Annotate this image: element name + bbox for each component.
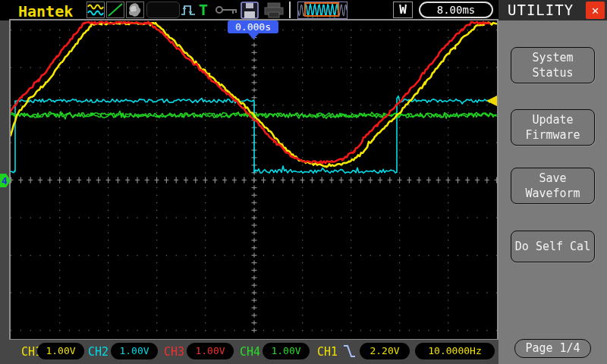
waveform-preview[interactable] (297, 2, 348, 19)
save-icon[interactable] (241, 2, 259, 19)
trigger-frequency-readout: 10.0000Hz (415, 343, 495, 359)
top-toolbar: Hantek T (0, 0, 498, 20)
update-firmware-button[interactable]: Update Firmware (511, 109, 595, 146)
trigger-t-icon[interactable]: T (199, 1, 208, 19)
utility-menu-title: UTILITY (508, 2, 574, 18)
channel4-ground-marker[interactable]: 4 (0, 174, 11, 187)
channels-button[interactable] (86, 2, 105, 18)
window-mode-indicator: W (393, 2, 413, 18)
ch4-label: CH4 (240, 345, 260, 359)
empty-slot (146, 2, 180, 18)
measure-line-icon (107, 2, 124, 17)
pulse-trigger-icon[interactable] (181, 2, 197, 17)
scope-canvas (11, 20, 497, 339)
do-self-cal-button[interactable]: Do Self Cal (511, 231, 595, 262)
timebase-readout: 8.00ms (419, 2, 493, 18)
print-icon[interactable] (264, 2, 284, 18)
trigger-position-tag[interactable]: 0.000s (228, 20, 278, 33)
trigger-position-pointer-icon (248, 33, 259, 39)
hantek-logo: Hantek (18, 2, 73, 20)
close-menu-button[interactable]: ✕ (586, 2, 605, 19)
measure-button[interactable] (106, 2, 124, 18)
preview-window-handle[interactable] (304, 2, 339, 17)
hand-button[interactable] (126, 2, 144, 18)
trigger-level-arrow-icon[interactable] (486, 96, 497, 106)
ch4-scale-readout: 1.00V (263, 343, 310, 359)
channel-status-bar: CH1 1.00V CH2 1.00V CH3 1.00V CH4 1.00V … (0, 340, 498, 364)
ch3-scale-readout: 1.00V (187, 343, 234, 359)
channel-waveforms-icon (87, 2, 104, 17)
utility-menu-header: UTILITY ✕ (498, 0, 607, 20)
save-waveform-button[interactable]: Save Waveform (511, 168, 595, 204)
page-indicator-button[interactable]: Page 1/4 (514, 339, 591, 358)
trigger-source-label: CH1 (317, 345, 338, 359)
ch2-scale-readout: 1.00V (111, 343, 158, 359)
utility-menu-panel: UTILITY ✕ System Status Update Firmware … (498, 0, 607, 364)
trigger-level-readout: 2.20V (360, 343, 410, 359)
svg-text:4: 4 (2, 175, 8, 187)
ch3-label: CH3 (164, 345, 184, 359)
oscilloscope-screen: Hantek T (0, 0, 607, 364)
ch1-scale-readout: 1.00V (37, 343, 84, 359)
scope-display (9, 19, 498, 340)
hand-icon (127, 2, 143, 17)
toolbar-separator (289, 2, 291, 18)
system-status-button[interactable]: System Status (511, 47, 595, 83)
ch2-label: CH2 (88, 345, 109, 359)
trigger-slope-falling-icon (342, 343, 357, 359)
key-icon[interactable] (215, 5, 240, 15)
